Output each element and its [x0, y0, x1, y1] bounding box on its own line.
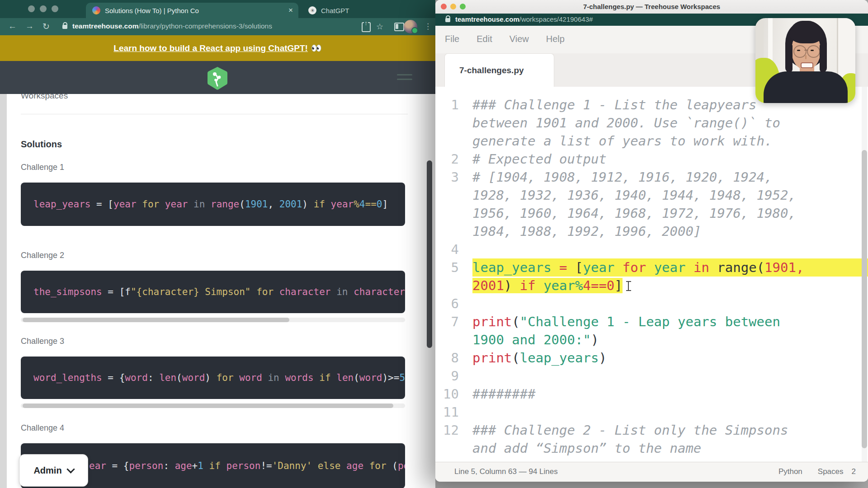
line-number: 9: [435, 367, 459, 385]
share-icon[interactable]: [362, 22, 371, 32]
hamburger-menu-icon[interactable]: [397, 74, 412, 83]
menu-view[interactable]: View: [509, 34, 529, 44]
code-line: ear = {person: age+1 if person!='Danny' …: [89, 460, 405, 471]
file-tab-label: 7-challenges.py: [459, 66, 524, 75]
horizontal-scrollbar-thumb[interactable]: [23, 404, 393, 408]
glasses-icon: [793, 45, 807, 58]
line-number: [435, 114, 459, 132]
forward-icon[interactable]: →: [25, 21, 34, 31]
breadcrumb[interactable]: Workspaces: [21, 94, 68, 101]
horizontal-scrollbar-thumb[interactable]: [23, 318, 289, 322]
menu-help[interactable]: Help: [546, 34, 565, 44]
admin-button[interactable]: Admin: [19, 454, 88, 487]
menu-edit[interactable]: Edit: [476, 34, 492, 44]
line-number: 1: [435, 96, 459, 114]
treehouse-logo-icon[interactable]: [207, 66, 228, 90]
traffic-light-close[interactable]: [28, 5, 35, 12]
tab-solutions[interactable]: Solutions (How To) | Python Co ×: [86, 3, 298, 18]
editor-line: 1956, 1960, 1964, 1968, 1972, 1976, 1980…: [435, 204, 868, 222]
code-text: generate a list of years to work with.: [472, 132, 868, 150]
editor-scrollbar-thumb[interactable]: [862, 150, 867, 448]
profile-avatar[interactable]: [404, 20, 417, 33]
sidebar-toggle-icon[interactable]: [394, 23, 404, 31]
code-text: [472, 403, 868, 421]
challenge-label: Challenge 1: [21, 163, 64, 172]
url-path: /library/python-comprehensions-3/solutio…: [138, 22, 272, 30]
line-number: 7: [435, 313, 459, 331]
page-gutter: [0, 94, 7, 488]
line-number: [435, 132, 459, 150]
code-line: leap_years = [year for year in range(190…: [33, 199, 388, 210]
glasses-icon: [807, 45, 820, 58]
lock-icon: [445, 18, 450, 22]
code-text: 1956, 1960, 1964, 1968, 1972, 1976, 1980…: [472, 204, 868, 222]
editor-line: 2001) if year%4==0]: [435, 277, 868, 295]
window-titlebar[interactable]: 7-challenges.py — Treehouse Workspaces: [435, 0, 868, 14]
chevron-down-icon: [66, 465, 75, 473]
indent-size[interactable]: 2: [852, 467, 856, 476]
code-text: [472, 367, 868, 385]
bookmark-star-icon[interactable]: ☆: [376, 22, 383, 32]
tab-title: ChatGPT: [321, 7, 349, 14]
editor-line: 8print(leap_years): [435, 349, 868, 367]
code-editor[interactable]: 1### Challenge 1 - List the leapyearsbet…: [435, 87, 868, 462]
workspace-window: 7-challenges.py — Treehouse Workspaces t…: [435, 0, 868, 482]
line-number: 8: [435, 349, 459, 367]
browser-window: Solutions (How To) | Python Co × ✳ ChatG…: [0, 0, 435, 488]
promo-banner-link[interactable]: Learn how to build a React app using Cha…: [113, 43, 308, 53]
line-number: 5: [435, 258, 459, 277]
cursor-position-status: Line 5, Column 63 — 94 Lines: [454, 467, 558, 476]
browser-menu-icon[interactable]: ⋮: [424, 22, 432, 31]
challenge-label: Challenge 2: [21, 251, 64, 260]
code-block: the_simpsons = [f"{character} Simpson" f…: [21, 271, 405, 313]
menu-file[interactable]: File: [445, 34, 459, 44]
url-path: /workspaces/42190643#: [519, 15, 593, 23]
close-tab-icon[interactable]: ×: [283, 6, 298, 15]
editor-line: 2# Expected output: [435, 150, 868, 168]
person-mouth: [801, 62, 813, 68]
reload-icon[interactable]: ↻: [42, 21, 50, 32]
tab-chatgpt[interactable]: ✳ ChatGPT: [302, 3, 435, 18]
editor-line: 12### Challenge 2 - List only the Simpso…: [435, 421, 868, 439]
code-text: and add “Simpson” to the name: [472, 439, 868, 457]
chatgpt-favicon-icon: ✳: [308, 6, 316, 14]
horizontal-scrollbar-track[interactable]: [21, 404, 405, 408]
code-text: # [1904, 1908, 1912, 1916, 1920, 1924,: [472, 168, 868, 186]
line-number: [435, 186, 459, 204]
code-text: 1900 and 2000:"): [472, 331, 868, 349]
tab-7-challenges[interactable]: 7-challenges.py: [444, 53, 554, 87]
line-number: [435, 439, 459, 457]
line-number: 11: [435, 403, 459, 421]
editor-statusbar: Line 5, Column 63 — 94 Lines Python Spac…: [435, 462, 868, 482]
back-icon[interactable]: ←: [8, 21, 17, 31]
code-text: leap_years = [year for year in range(190…: [472, 258, 868, 277]
promo-banner[interactable]: Learn how to build a React app using Cha…: [0, 35, 435, 61]
person-shirt: [764, 71, 848, 103]
editor-line: 9: [435, 367, 868, 385]
desktop: Solutions (How To) | Python Co × ✳ ChatG…: [0, 0, 868, 488]
code-text: print(leap_years): [472, 349, 868, 367]
divider: [21, 114, 408, 114]
code-text: 1984, 1988, 1992, 1996, 2000]: [472, 222, 868, 240]
traffic-light-minimize[interactable]: [40, 5, 47, 12]
text-cursor-icon: [626, 281, 631, 291]
line-number: 3: [435, 168, 459, 186]
editor-line: 5leap_years = [year for year in range(19…: [435, 258, 868, 277]
editor-line: 10########: [435, 385, 868, 403]
code-line: the_simpsons = [f"{character} Simpson" f…: [33, 286, 405, 297]
editor-line: 1984, 1988, 1992, 1996, 2000]: [435, 222, 868, 240]
language-mode[interactable]: Python: [778, 467, 802, 476]
person-hair: [820, 45, 827, 72]
traffic-light-zoom[interactable]: [52, 5, 58, 12]
person-nose: [805, 55, 807, 59]
horizontal-scrollbar-track[interactable]: [21, 318, 405, 322]
code-text: ### Challenge 2 - List only the Simpsons: [472, 421, 868, 439]
browser-toolbar: ← → ↻ teamtreehouse.com/library/python-c…: [0, 18, 435, 35]
webcam-overlay: [755, 18, 855, 103]
tab-title: Solutions (How To) | Python Co: [105, 7, 199, 14]
address-bar[interactable]: teamtreehouse.com/library/python-compreh…: [72, 22, 272, 30]
editor-line: 1900 and 2000:"): [435, 331, 868, 349]
browser-scrollbar[interactable]: [427, 160, 432, 348]
person-hair: [785, 45, 793, 72]
indent-mode[interactable]: Spaces: [818, 467, 844, 476]
